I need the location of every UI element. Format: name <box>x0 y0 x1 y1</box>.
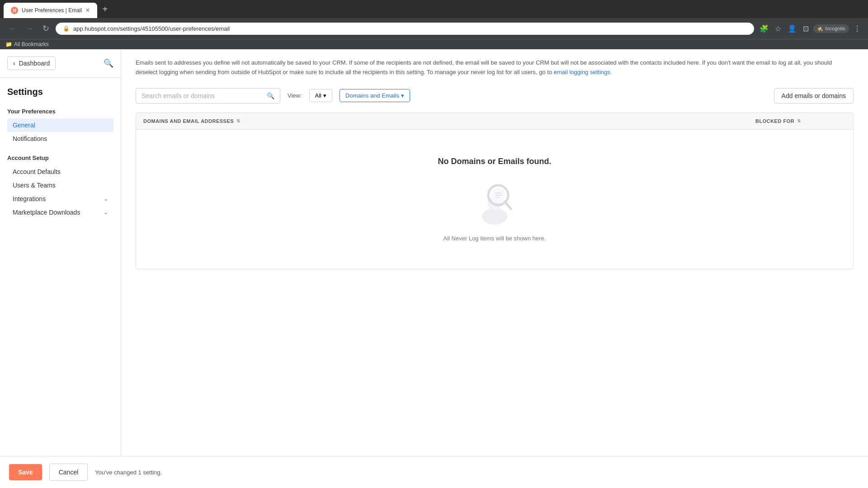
sidebar-title: Settings <box>0 78 121 101</box>
view-all-label: All <box>315 92 321 99</box>
notifications-label: Notifications <box>13 135 47 142</box>
incognito-badge: 🕵️ Incognito <box>813 24 849 33</box>
cancel-button[interactable]: Cancel <box>49 464 88 481</box>
your-preferences-section-title: Your Preferences <box>7 108 113 115</box>
address-bar[interactable]: 🔒 app.hubspot.com/settings/45105500/user… <box>56 23 754 35</box>
split-view-icon[interactable]: ⊡ <box>801 23 811 35</box>
sort-icon-domains[interactable]: ⇅ <box>236 118 241 123</box>
sidebar-item-marketplace-downloads[interactable]: Marketplace Downloads ⌄ <box>7 206 113 219</box>
sidebar-item-notifications[interactable]: Notifications <box>7 132 113 145</box>
chevron-down-domains-icon: ▾ <box>401 92 404 99</box>
profile-icon[interactable]: 👤 <box>786 23 798 35</box>
users-teams-label: Users & Teams <box>13 182 56 189</box>
content-body: Emails sent to addresses you define will… <box>121 49 868 284</box>
search-input[interactable] <box>142 92 263 99</box>
col-blocked-label: BLOCKED FOR <box>755 118 794 124</box>
chevron-down-icon: ⌄ <box>104 196 108 202</box>
forward-button[interactable]: → <box>23 22 36 35</box>
tab-close-icon[interactable]: × <box>85 7 90 14</box>
sidebar-item-users-teams[interactable]: Users & Teams <box>7 178 113 192</box>
table-container: DOMAINS AND EMAIL ADDRESSES ⇅ BLOCKED FO… <box>136 113 854 269</box>
sidebar-item-integrations[interactable]: Integrations ⌄ <box>7 192 113 206</box>
chevron-left-icon: ‹ <box>13 60 15 67</box>
dashboard-button[interactable]: ‹ Dashboard <box>7 56 56 70</box>
search-icon[interactable]: 🔍 <box>267 92 274 99</box>
new-tab-button[interactable]: + <box>97 0 113 18</box>
description-body: Emails sent to addresses you define will… <box>136 59 832 75</box>
incognito-icon: 🕵️ <box>817 26 823 32</box>
footer-bar: Save Cancel You've changed 1 setting. <box>0 456 868 483</box>
app-container: ‹ Dashboard 🔍 Settings Your Preferences … <box>0 49 868 483</box>
bookmarks-folder-icon: 📁 <box>5 41 12 47</box>
tab-favicon: H <box>11 7 18 14</box>
col-domains-header: DOMAINS AND EMAIL ADDRESSES ⇅ <box>143 118 755 124</box>
menu-icon[interactable]: ⋮ <box>852 23 863 35</box>
changed-text: You've changed 1 setting. <box>95 469 162 476</box>
url-text: app.hubspot.com/settings/45105500/user-p… <box>73 25 747 32</box>
sidebar: ‹ Dashboard 🔍 Settings Your Preferences … <box>0 49 121 483</box>
bookmarks-item[interactable]: 📁 All Bookmarks <box>5 41 49 47</box>
view-all-button[interactable]: All ▾ <box>309 89 332 102</box>
star-icon[interactable]: ☆ <box>773 23 783 35</box>
nav-right: 🧩 ☆ 👤 ⊡ 🕵️ Incognito ⋮ <box>758 23 863 35</box>
sidebar-section-account-setup: Account Setup Account Defaults Users & T… <box>0 147 121 221</box>
sidebar-item-general[interactable]: General <box>7 118 113 132</box>
browser-chrome: H User Preferences | Email × + ← → ↻ 🔒 a… <box>0 0 868 49</box>
chevron-down-icon-2: ⌄ <box>104 209 108 216</box>
settings-title: Settings <box>7 87 43 97</box>
sidebar-search-icon[interactable]: 🔍 <box>104 58 113 68</box>
general-label: General <box>13 122 35 129</box>
integrations-label: Integrations <box>13 195 46 202</box>
extensions-icon[interactable]: 🧩 <box>758 23 770 35</box>
view-label: View: <box>288 92 302 99</box>
back-button[interactable]: ← <box>5 22 19 35</box>
email-logging-settings-link[interactable]: email logging settings <box>554 69 610 75</box>
sidebar-top: ‹ Dashboard 🔍 <box>0 49 121 78</box>
incognito-label: Incognito <box>825 26 845 31</box>
dashboard-label: Dashboard <box>19 60 50 67</box>
account-setup-section-title: Account Setup <box>7 155 113 161</box>
browser-tabs: H User Preferences | Email × + <box>0 0 868 18</box>
bookmarks-bar: 📁 All Bookmarks <box>0 39 868 49</box>
empty-state-illustration <box>467 174 522 228</box>
search-filter-bar: 🔍 View: All ▾ Domains and Emails ▾ Add e… <box>136 88 854 103</box>
tab-title: User Preferences | Email <box>22 7 82 14</box>
sidebar-item-account-defaults[interactable]: Account Defaults <box>7 165 113 178</box>
marketplace-downloads-label: Marketplace Downloads <box>13 209 80 216</box>
sidebar-section-your-preferences: Your Preferences General Notifications <box>0 101 121 147</box>
account-defaults-label: Account Defaults <box>13 168 61 175</box>
col-domains-label: DOMAINS AND EMAIL ADDRESSES <box>143 118 234 124</box>
main-content: Emails sent to addresses you define will… <box>121 49 868 483</box>
browser-nav: ← → ↻ 🔒 app.hubspot.com/settings/4510550… <box>0 18 868 39</box>
add-emails-domains-button[interactable]: Add emails or domains <box>774 88 854 103</box>
refresh-button[interactable]: ↻ <box>40 22 52 35</box>
bookmarks-label: All Bookmarks <box>14 41 49 47</box>
active-tab[interactable]: H User Preferences | Email × <box>4 3 97 18</box>
sort-icon-blocked[interactable]: ⇅ <box>797 118 801 123</box>
save-button[interactable]: Save <box>9 464 42 480</box>
empty-state-title: No Domains or Emails found. <box>438 157 551 166</box>
table-header: DOMAINS AND EMAIL ADDRESSES ⇅ BLOCKED FO… <box>136 113 853 130</box>
svg-point-0 <box>482 208 507 225</box>
search-box[interactable]: 🔍 <box>136 88 280 103</box>
description-text: Emails sent to addresses you define will… <box>136 49 854 88</box>
domains-emails-label: Domains and Emails <box>345 92 399 99</box>
lock-icon: 🔒 <box>63 25 70 32</box>
col-blocked-header: BLOCKED FOR ⇅ <box>755 118 846 124</box>
chevron-down-all-icon: ▾ <box>323 92 326 99</box>
empty-state: No Domains or Emails found. <box>136 130 853 269</box>
description-end: . <box>610 69 612 75</box>
svg-line-4 <box>505 202 511 209</box>
empty-state-subtitle: All Never Log items will be shown here. <box>443 235 546 242</box>
domains-emails-button[interactable]: Domains and Emails ▾ <box>340 89 410 102</box>
